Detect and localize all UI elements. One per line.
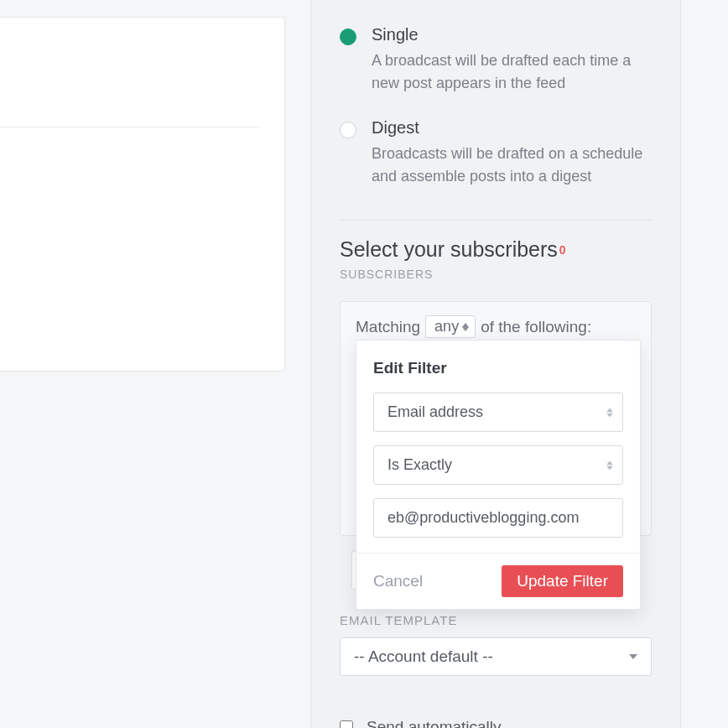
subscriber-count: 0 xyxy=(559,243,566,257)
chevron-down-icon xyxy=(629,654,637,659)
left-sidebar-card xyxy=(0,17,285,372)
subscriber-count-label: SUBSCRIBERS xyxy=(340,268,433,281)
radio-description: A broadcast will be drafted each time a … xyxy=(372,49,648,95)
matching-mode-select[interactable]: any xyxy=(425,315,476,338)
edit-filter-popover: Edit Filter Email address Is Exactly xyxy=(356,340,641,610)
radio-option-digest[interactable]: Digest Broadcasts will be drafted on a s… xyxy=(340,118,652,188)
radio-icon xyxy=(340,122,356,138)
sort-caret-icon xyxy=(606,408,613,417)
send-automatically-checkbox[interactable] xyxy=(340,720,353,728)
filter-operator-select[interactable]: Is Exactly xyxy=(373,445,623,485)
divider xyxy=(340,220,652,221)
sort-caret-icon xyxy=(606,460,613,470)
email-template-value: -- Account default -- xyxy=(354,647,493,666)
matching-line: Matching any of the following: xyxy=(356,315,636,338)
spacer xyxy=(0,127,259,337)
matching-pre: Matching xyxy=(356,318,420,336)
filter-value-input[interactable] xyxy=(373,498,623,538)
cancel-button[interactable]: Cancel xyxy=(373,572,423,590)
filter-field-value: Email address xyxy=(387,403,483,421)
filter-operator-value: Is Exactly xyxy=(387,456,452,474)
matching-post: of the following: xyxy=(481,318,591,336)
email-template-label: EMAIL TEMPLATE xyxy=(340,613,652,627)
heading-text: Select your subscribers xyxy=(340,237,558,261)
filter-rules-box: Matching any of the following: Edit Filt… xyxy=(340,301,652,536)
radio-label: Digest xyxy=(372,118,648,138)
radio-label: Single xyxy=(372,25,648,44)
send-automatically-row[interactable]: Send automatically xyxy=(340,718,652,728)
settings-panel: Single A broadcast will be drafted each … xyxy=(310,0,681,728)
broadcast-type-group: Single A broadcast will be drafted each … xyxy=(340,25,652,188)
update-filter-button[interactable]: Update Filter xyxy=(502,565,623,597)
popover-title: Edit Filter xyxy=(373,359,623,377)
radio-description: Broadcasts will be drafted on a schedule… xyxy=(372,143,648,188)
matching-mode-value: any xyxy=(434,318,459,335)
radio-icon xyxy=(340,29,356,45)
radio-option-single[interactable]: Single A broadcast will be drafted each … xyxy=(340,25,652,95)
sort-caret-icon xyxy=(461,323,470,331)
email-template-select[interactable]: -- Account default -- xyxy=(340,637,652,676)
send-automatically-label: Send automatically xyxy=(367,718,502,728)
filter-field-select[interactable]: Email address xyxy=(373,393,623,432)
subscribers-heading: Select your subscribers0 SUBSCRIBERS xyxy=(340,237,652,286)
